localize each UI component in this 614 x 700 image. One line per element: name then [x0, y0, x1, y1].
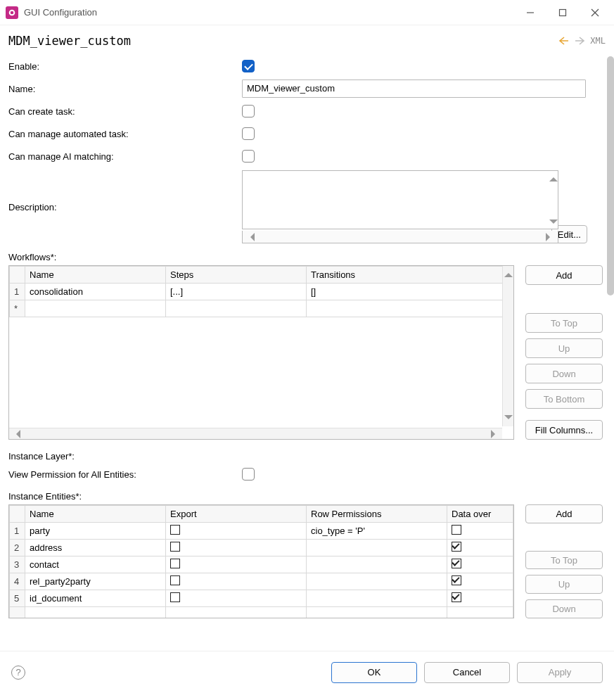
- nav-forward-icon[interactable]: [573, 36, 586, 46]
- svg-point-0: [10, 10, 15, 15]
- export-checkbox: [170, 559, 180, 568]
- apply-button[interactable]: Apply: [517, 662, 603, 683]
- entities-add-button[interactable]: Add: [525, 504, 603, 523]
- workflows-fill-columns-button[interactable]: Fill Columns...: [525, 420, 603, 440]
- help-icon[interactable]: ?: [11, 666, 25, 680]
- entities-col-export[interactable]: Export: [166, 506, 307, 523]
- maximize-button[interactable]: [546, 2, 579, 23]
- workflows-add-button[interactable]: Add: [525, 265, 603, 285]
- window-title: GUI Configuration: [24, 7, 97, 18]
- name-input[interactable]: MDM_viewer_custom: [242, 79, 586, 98]
- entities-col-row-perm[interactable]: Row Permissions: [307, 506, 447, 523]
- entities-col-data-over[interactable]: Data over: [447, 506, 513, 523]
- can-manage-ai-matching-label: Can manage AI matching:: [8, 151, 242, 162]
- export-checkbox: [170, 592, 180, 602]
- entities-table[interactable]: Name Export Row Permissions Data over 1 …: [8, 504, 514, 618]
- description-textarea[interactable]: [242, 170, 558, 229]
- entities-row: [10, 607, 513, 619]
- scroll-right-icon[interactable]: [546, 233, 554, 241]
- form-scrollbar[interactable]: [607, 56, 614, 295]
- can-manage-automated-task-checkbox[interactable]: [242, 127, 255, 140]
- export-checkbox: [170, 525, 180, 535]
- title-bar: GUI Configuration: [0, 0, 614, 25]
- entities-row: 5 id_document: [10, 590, 513, 607]
- entities-to-top-button[interactable]: To Top: [525, 551, 603, 570]
- form-region: Enable: Name: MDM_viewer_custom Can crea…: [0, 51, 614, 651]
- workflows-row: 1 consolidation [...] []: [10, 284, 513, 300]
- entities-row: 3 contact: [10, 556, 513, 573]
- entities-row: 1 party cio_type = 'P': [10, 523, 513, 540]
- minimize-button[interactable]: [514, 2, 546, 23]
- close-button[interactable]: [579, 2, 611, 23]
- workflows-up-button[interactable]: Up: [525, 338, 603, 358]
- workflows-col-steps[interactable]: Steps: [166, 267, 307, 284]
- xml-link[interactable]: XML: [590, 36, 606, 46]
- scroll-left-icon[interactable]: [246, 233, 255, 241]
- entities-row: 2 address: [10, 540, 513, 556]
- export-checkbox: [170, 542, 180, 552]
- instance-entities-label: Instance Entities*:: [8, 491, 603, 502]
- entities-up-button[interactable]: Up: [525, 575, 603, 594]
- cancel-button[interactable]: Cancel: [424, 662, 510, 683]
- entities-down-button[interactable]: Down: [525, 599, 603, 618]
- entities-row: 4 rel_party2party: [10, 573, 513, 590]
- svg-rect-2: [560, 9, 566, 15]
- workflows-to-top-button[interactable]: To Top: [525, 313, 603, 333]
- data-over-checkbox: [452, 525, 461, 535]
- data-over-checkbox: [452, 592, 461, 602]
- name-label: Name:: [8, 84, 242, 94]
- view-perm-all-label: View Permission for All Entities:: [8, 469, 242, 480]
- entities-col-name[interactable]: Name: [25, 506, 166, 523]
- workflows-down-button[interactable]: Down: [525, 364, 603, 383]
- page-title: MDM_viewer_custom: [8, 34, 556, 48]
- page-header: MDM_viewer_custom XML: [0, 25, 614, 51]
- can-create-task-label: Can create task:: [8, 106, 242, 117]
- workflows-header-row: Name Steps Transitions: [10, 267, 513, 284]
- can-create-task-checkbox[interactable]: [242, 105, 255, 117]
- description-hscroll[interactable]: [242, 231, 558, 243]
- scroll-up-icon[interactable]: [549, 173, 558, 182]
- data-over-checkbox: [452, 575, 461, 585]
- workflows-col-name[interactable]: Name: [25, 267, 166, 284]
- workflows-table[interactable]: Name Steps Transitions 1 consolidation […: [8, 265, 514, 440]
- enable-label: Enable:: [8, 61, 242, 72]
- entities-side-buttons: Add To Top Up Down: [525, 504, 603, 618]
- entities-header-row: Name Export Row Permissions Data over: [10, 506, 513, 523]
- dialog-footer: ? OK Cancel Apply: [0, 651, 614, 693]
- workflows-side-buttons: Add To Top Up Down To Bottom Fill Column…: [525, 265, 603, 440]
- view-perm-all-checkbox[interactable]: [242, 468, 255, 481]
- can-manage-automated-task-label: Can manage automated task:: [8, 129, 242, 139]
- workflows-hscroll[interactable]: [9, 428, 502, 439]
- ok-button[interactable]: OK: [331, 662, 417, 683]
- workflows-new-row: *: [10, 300, 513, 317]
- workflows-col-transitions[interactable]: Transitions: [307, 267, 513, 284]
- workflows-vscroll[interactable]: [502, 266, 513, 426]
- scroll-down-icon[interactable]: [549, 219, 558, 228]
- app-icon: [6, 6, 18, 19]
- can-manage-ai-matching-checkbox[interactable]: [242, 150, 255, 163]
- instance-layer-label: Instance Layer*:: [8, 451, 603, 462]
- data-over-checkbox: [452, 559, 461, 568]
- workflows-section-label: Workflows*:: [8, 252, 603, 262]
- workflows-to-bottom-button[interactable]: To Bottom: [525, 389, 603, 409]
- data-over-checkbox: [452, 542, 461, 552]
- enable-checkbox[interactable]: [242, 60, 255, 72]
- description-label: Description:: [8, 202, 242, 212]
- nav-back-icon[interactable]: [558, 36, 570, 46]
- export-checkbox: [170, 575, 180, 585]
